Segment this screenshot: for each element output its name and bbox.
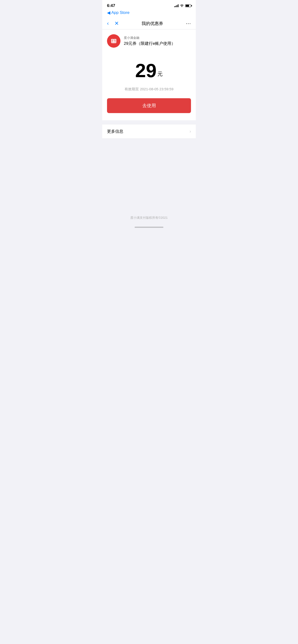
more-info-section: 更多信息 ›: [102, 124, 196, 139]
coupon-unit: 元: [158, 71, 163, 77]
app-publisher: 度小满金融: [124, 36, 175, 40]
app-logo: [107, 34, 120, 48]
more-info-label: 更多信息: [107, 129, 123, 134]
chevron-right-icon: ›: [190, 129, 191, 134]
back-arrow-icon: ◀: [107, 10, 110, 15]
status-time: 6:47: [107, 3, 115, 8]
footer: 度小满支付版权所有©2021: [102, 210, 196, 225]
footer-copyright: 度小满支付版权所有©2021: [130, 216, 168, 220]
nav-bar: ‹ ✕ 我的优惠券 ···: [102, 18, 196, 30]
app-store-nav: ◀ App Store: [102, 10, 196, 18]
battery-icon: [185, 4, 191, 7]
nav-left-buttons: ‹ ✕: [107, 21, 119, 26]
status-bar: 6:47: [102, 0, 196, 10]
coupon-title: 29元券（限建行e账户使用）: [124, 41, 175, 46]
close-button[interactable]: ✕: [114, 21, 119, 26]
back-button[interactable]: ‹: [107, 21, 109, 26]
app-header: 度小满金融 29元券（限建行e账户使用）: [102, 30, 196, 52]
coupon-expiry: 有效期至 2021-08-05 23:59:59: [107, 87, 191, 92]
app-store-label[interactable]: App Store: [111, 10, 129, 15]
home-indicator: [102, 225, 196, 229]
wifi-icon: [180, 4, 184, 8]
coupon-amount: 29: [135, 61, 157, 80]
coupon-amount-display: 29元: [107, 61, 191, 80]
signal-icon: [174, 4, 179, 7]
coupon-main: 29元 有效期至 2021-08-05 23:59:59 去使用: [102, 52, 196, 120]
more-button[interactable]: ···: [186, 21, 191, 26]
status-icons: [174, 4, 191, 8]
more-info-row[interactable]: 更多信息 ›: [102, 124, 196, 138]
page-title: 我的优惠券: [119, 20, 186, 26]
use-coupon-button[interactable]: 去使用: [107, 98, 191, 113]
app-name-container: 度小满金融 29元券（限建行e账户使用）: [124, 36, 175, 46]
app-logo-icon: [110, 38, 117, 44]
gray-background-area: [102, 139, 196, 210]
home-bar: [135, 227, 163, 228]
